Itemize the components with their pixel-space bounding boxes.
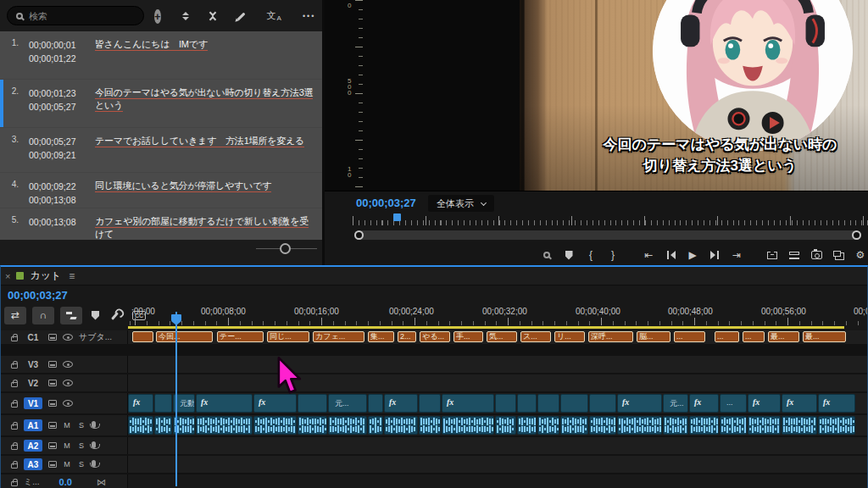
audio-clip[interactable]	[589, 416, 616, 435]
caption-clip[interactable]: ...	[743, 331, 765, 342]
source-patch-icon[interactable]	[48, 461, 57, 468]
master-volume-value[interactable]: 0.0	[59, 477, 72, 487]
timeline-tab[interactable]: カット	[30, 269, 61, 283]
translate-captions-icon[interactable]: 文A	[267, 11, 281, 22]
video-clip[interactable]: fx	[128, 394, 153, 413]
lock-icon[interactable]	[11, 481, 18, 486]
video-clip[interactable]	[589, 394, 616, 413]
video-clip[interactable]: fx	[782, 394, 817, 413]
timeline-timecode[interactable]: 00;00;03;27	[8, 289, 68, 302]
caption-clip[interactable]: 集...	[368, 331, 394, 342]
caption-row[interactable]: 2.00;00;01;2300;00;05;27今回のテーマはやる気が出ない時の…	[0, 80, 322, 128]
video-clip[interactable]: 元...	[663, 394, 688, 413]
fit-track-height-icon[interactable]: ⋈	[97, 477, 106, 488]
caption-row[interactable]: 1.00;00;00;0100;00;01;22皆さんこんにちは IMです	[0, 31, 322, 80]
add-caption-icon[interactable]: +	[154, 9, 161, 24]
comparison-view-icon[interactable]	[541, 248, 553, 262]
track-v2-content[interactable]	[128, 374, 867, 391]
caption-row[interactable]: 5.00;00;13;08カフェや別の部屋に移動するだけで新しい刺激を受けて	[0, 208, 322, 240]
caption-clip[interactable]: 深呼...	[588, 331, 633, 342]
split-merge-captions-icon[interactable]	[210, 10, 215, 22]
edit-caption-icon[interactable]	[236, 12, 246, 21]
video-clip[interactable]	[298, 394, 327, 413]
caption-clip[interactable]: ...	[674, 331, 705, 342]
monitor-playhead[interactable]	[393, 214, 401, 221]
voiceover-record-mic-icon[interactable]	[92, 460, 96, 467]
caption-search-box[interactable]	[7, 6, 144, 25]
track-v2-name[interactable]: V2	[24, 377, 42, 389]
video-clip[interactable]: fx	[689, 394, 719, 413]
source-patch-icon[interactable]	[48, 422, 57, 429]
audio-clip[interactable]	[442, 416, 494, 435]
mute-button[interactable]: M	[63, 441, 71, 450]
track-output-eye-icon[interactable]	[63, 400, 73, 407]
audio-clip[interactable]	[253, 416, 297, 435]
lock-icon[interactable]	[11, 445, 18, 450]
audio-clip[interactable]	[328, 416, 367, 435]
voiceover-record-mic-icon[interactable]	[92, 421, 96, 428]
go-to-out-icon[interactable]: ⇥	[731, 248, 743, 262]
monitor-timecode[interactable]: 00;00;03;27	[356, 197, 416, 209]
add-marker-icon[interactable]	[92, 311, 99, 320]
video-clip[interactable]	[495, 394, 516, 413]
track-output-eye-icon[interactable]	[63, 380, 73, 386]
video-clip[interactable]: fx	[818, 394, 855, 413]
track-a2-content[interactable]	[128, 437, 867, 454]
audio-clip[interactable]	[748, 416, 781, 435]
caption-clip[interactable]: 最...	[803, 331, 846, 342]
audio-clip[interactable]	[782, 416, 817, 435]
caption-clip[interactable]: 手...	[453, 331, 483, 342]
source-patch-icon[interactable]	[48, 400, 57, 407]
audio-clip[interactable]	[368, 416, 383, 435]
timeline-ruler[interactable]: ;00;0000;00;08;0000;00;16;0000;00;24;000…	[128, 305, 867, 329]
caption-clip[interactable]: ...	[715, 331, 739, 342]
solo-button[interactable]: S	[77, 421, 86, 430]
video-clip[interactable]: ...	[720, 394, 747, 413]
scrollbar-right-handle[interactable]	[852, 230, 861, 240]
lock-icon[interactable]	[11, 463, 18, 469]
lock-icon[interactable]	[11, 402, 18, 408]
audio-clip[interactable]	[818, 416, 855, 435]
step-forward-icon[interactable]	[709, 248, 721, 262]
audio-clip[interactable]	[154, 416, 172, 435]
track-output-eye-icon[interactable]	[63, 334, 73, 341]
track-a2-name[interactable]: A2	[24, 440, 42, 452]
audio-clip[interactable]	[617, 416, 662, 435]
search-input[interactable]	[29, 11, 122, 21]
mute-button[interactable]: M	[63, 421, 71, 430]
audio-clip[interactable]	[560, 416, 588, 435]
caption-clip[interactable]: ス...	[520, 331, 551, 342]
caption-clip[interactable]: 今回...	[156, 331, 213, 342]
panel-menu-icon[interactable]: ≡	[69, 270, 75, 282]
lock-icon[interactable]	[11, 382, 18, 387]
playhead-handle[interactable]	[171, 314, 181, 321]
linked-selection-icon[interactable]	[60, 307, 82, 324]
extract-icon[interactable]	[788, 248, 800, 262]
track-output-eye-icon[interactable]	[63, 361, 73, 368]
audio-clip[interactable]	[384, 416, 418, 435]
solo-button[interactable]: S	[77, 441, 86, 450]
audio-clip[interactable]	[663, 416, 688, 435]
proxy-toggle-icon[interactable]	[832, 248, 844, 262]
audio-clip[interactable]	[537, 416, 559, 435]
video-clip[interactable]: fx	[748, 394, 781, 413]
lock-icon[interactable]	[11, 424, 18, 430]
caption-clip[interactable]: カフェ...	[313, 331, 364, 342]
insert-overwrite-toggle-icon[interactable]: ⇄	[4, 307, 26, 324]
audio-clip[interactable]	[196, 416, 253, 435]
source-patch-icon[interactable]	[48, 380, 57, 386]
mark-in-icon[interactable]: {	[585, 248, 597, 262]
audio-clip[interactable]	[517, 416, 537, 435]
caption-clip[interactable]: リ...	[554, 331, 585, 342]
audio-clip[interactable]	[298, 416, 327, 435]
lock-icon[interactable]	[11, 336, 18, 341]
sort-captions-icon[interactable]	[182, 12, 189, 20]
caption-clip[interactable]: 最...	[768, 331, 799, 342]
video-clip[interactable]: fx	[617, 394, 662, 413]
video-clip[interactable]	[560, 394, 588, 413]
track-a1-content[interactable]	[128, 415, 867, 435]
audio-clip[interactable]	[128, 416, 153, 435]
video-clip[interactable]	[419, 394, 441, 413]
video-clip[interactable]: fx	[253, 394, 297, 413]
timeline-settings-wrench-icon[interactable]	[110, 310, 120, 320]
